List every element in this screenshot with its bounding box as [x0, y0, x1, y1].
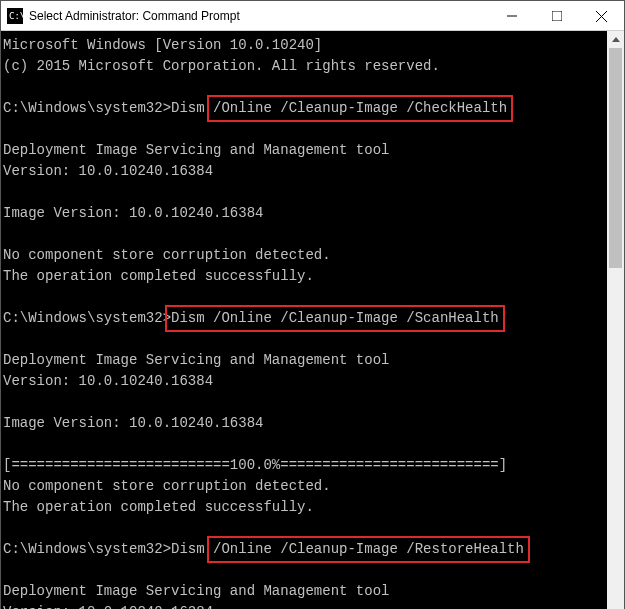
output-line: Deployment Image Servicing and Managemen… — [3, 140, 605, 161]
highlight-box: Dism /Online /Cleanup-Image /ScanHealth — [165, 305, 505, 332]
svg-text:C:\: C:\ — [9, 11, 23, 21]
highlight-box: /Online /Cleanup-Image /CheckHealth — [207, 95, 513, 122]
blank-line — [3, 224, 605, 245]
vertical-scrollbar[interactable] — [607, 31, 624, 609]
output-line: Version: 10.0.10240.16384 — [3, 371, 605, 392]
blank-line — [3, 119, 605, 140]
terminal-output[interactable]: Microsoft Windows [Version 10.0.10240](c… — [1, 31, 607, 609]
blank-line — [3, 392, 605, 413]
output-line: Image Version: 10.0.10240.16384 — [3, 203, 605, 224]
cmd-icon: C:\ — [7, 8, 23, 24]
output-line: Version: 10.0.10240.16384 — [3, 602, 605, 609]
close-button[interactable] — [579, 1, 624, 31]
output-line: Version: 10.0.10240.16384 — [3, 161, 605, 182]
command-line: C:\Windows\system32>Dism /Online /Cleanu… — [3, 308, 605, 329]
maximize-button[interactable] — [534, 1, 579, 31]
window-controls — [489, 1, 624, 30]
blank-line — [3, 560, 605, 581]
output-line: The operation completed successfully. — [3, 497, 605, 518]
blank-line — [3, 182, 605, 203]
prompt-path: C:\Windows\system32> — [3, 100, 171, 116]
blank-line — [3, 434, 605, 455]
output-line: [==========================100.0%=======… — [3, 455, 605, 476]
output-line: Deployment Image Servicing and Managemen… — [3, 581, 605, 602]
titlebar[interactable]: C:\ Select Administrator: Command Prompt — [1, 1, 624, 31]
client-area: Microsoft Windows [Version 10.0.10240](c… — [1, 31, 624, 609]
output-line: The operation completed successfully. — [3, 266, 605, 287]
svg-rect-3 — [552, 11, 562, 21]
svg-marker-6 — [612, 37, 620, 42]
blank-line — [3, 329, 605, 350]
output-line: No component store corruption detected. — [3, 245, 605, 266]
output-line: (c) 2015 Microsoft Corporation. All righ… — [3, 56, 605, 77]
minimize-button[interactable] — [489, 1, 534, 31]
output-line: Deployment Image Servicing and Managemen… — [3, 350, 605, 371]
output-line: No component store corruption detected. — [3, 476, 605, 497]
command-prompt-window: C:\ Select Administrator: Command Prompt… — [0, 0, 625, 609]
scroll-up-arrow[interactable] — [607, 31, 624, 48]
command-line: C:\Windows\system32>Dism /Online /Cleanu… — [3, 98, 605, 119]
window-title: Select Administrator: Command Prompt — [29, 9, 489, 23]
output-line: Image Version: 10.0.10240.16384 — [3, 413, 605, 434]
scrollbar-track[interactable] — [607, 48, 624, 609]
output-line: Microsoft Windows [Version 10.0.10240] — [3, 35, 605, 56]
scrollbar-thumb[interactable] — [609, 48, 622, 268]
prompt-path: C:\Windows\system32> — [3, 541, 171, 557]
highlight-box: /Online /Cleanup-Image /RestoreHealth — [207, 536, 530, 563]
command-line: C:\Windows\system32>Dism /Online /Cleanu… — [3, 539, 605, 560]
prompt-path: C:\Windows\system32> — [3, 310, 171, 326]
